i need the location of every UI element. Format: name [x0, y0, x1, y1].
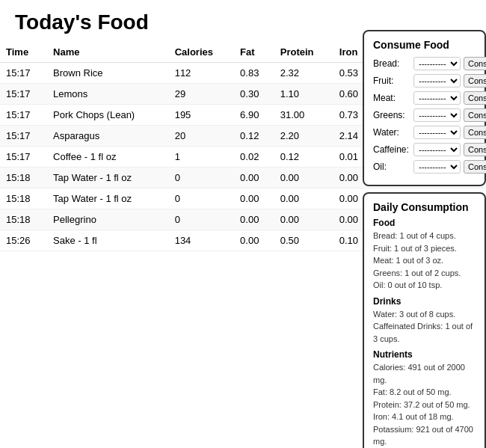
daily-nutrient-item: Potassium: 921 out of 4700 mg.	[373, 423, 476, 448]
daily-food-item: Bread: 1 out of 4 cups.	[373, 230, 476, 242]
consume-row-0: Bread:----------Consume	[373, 57, 476, 70]
consume-button[interactable]: Consume	[464, 57, 486, 70]
cell-protein: 0.50	[274, 230, 333, 251]
daily-food-item: Oil: 0 out of 10 tsp.	[373, 279, 476, 292]
cell-protein: 0.12	[274, 147, 333, 168]
consume-label: Oil:	[373, 162, 410, 172]
food-section-title: Food	[373, 218, 476, 228]
consume-label: Water:	[373, 127, 410, 138]
cell-calories: 20	[169, 126, 234, 147]
cell-time: 15:17	[0, 84, 47, 105]
cell-name: Sake - 1 fl	[47, 230, 169, 251]
consume-button[interactable]: Consume	[464, 160, 486, 174]
daily-food-item: Meat: 1 out of 3 oz.	[373, 254, 476, 267]
consume-select[interactable]: ----------	[413, 160, 461, 174]
cell-fat: 0.00	[234, 209, 274, 230]
cell-name: Coffee - 1 fl oz	[47, 147, 169, 168]
cell-calories: 0	[169, 168, 234, 188]
daily-nutrient-item: Fat: 8.2 out of 50 mg.	[373, 386, 476, 399]
cell-fat: 0.30	[234, 84, 274, 105]
consume-label: Greens:	[373, 110, 410, 120]
consume-row-4: Water:----------Consume	[373, 126, 476, 139]
cell-fat: 0.12	[234, 126, 274, 147]
daily-food-item: Fruit: 1 out of 3 pieces.	[373, 242, 476, 255]
cell-time: 15:18	[0, 188, 47, 209]
consume-label: Bread:	[373, 58, 410, 69]
consume-select[interactable]: ----------	[413, 91, 461, 105]
cell-name: Brown Rice	[47, 63, 169, 84]
consume-panel-title: Consume Food	[373, 39, 476, 51]
col-protein: Protein	[274, 42, 333, 63]
cell-calories: 1	[169, 147, 234, 168]
cell-protein: 0.00	[274, 168, 333, 188]
cell-protein: 0.00	[274, 209, 333, 230]
cell-time: 15:18	[0, 168, 47, 188]
cell-time: 15:17	[0, 105, 47, 126]
daily-panel: Daily Consumption Food Bread: 1 out of 4…	[363, 192, 486, 448]
daily-drink-item: Caffeinated Drinks: 1 out of 3 cups.	[373, 320, 476, 345]
cell-fat: 0.02	[234, 147, 274, 168]
cell-calories: 0	[169, 209, 234, 230]
cell-name: Pellegrino	[47, 209, 169, 230]
daily-nutrient-item: Calories: 491 out of 2000 mg.	[373, 361, 476, 386]
cell-name: Tap Water - 1 fl oz	[47, 188, 169, 209]
panels-container: Consume Food Bread:----------ConsumeFrui…	[363, 30, 486, 448]
consume-button[interactable]: Consume	[464, 74, 486, 88]
consume-panel: Consume Food Bread:----------ConsumeFrui…	[363, 30, 486, 186]
cell-time: 15:17	[0, 147, 47, 168]
daily-panel-title: Daily Consumption	[373, 201, 476, 213]
consume-row-1: Fruit:----------Consume	[373, 74, 476, 88]
daily-food-item: Greens: 1 out of 2 cups.	[373, 267, 476, 280]
daily-drink-item: Water: 3 out of 8 cups.	[373, 308, 476, 321]
cell-fat: 0.00	[234, 188, 274, 209]
daily-nutrient-item: Protein: 37.2 out of 50 mg.	[373, 399, 476, 411]
consume-row-6: Oil:----------Consume	[373, 160, 476, 174]
cell-calories: 195	[169, 105, 234, 126]
cell-calories: 112	[169, 63, 234, 84]
cell-protein: 2.20	[274, 126, 333, 147]
cell-fat: 0.00	[234, 168, 274, 188]
consume-button[interactable]: Consume	[464, 91, 486, 105]
consume-select[interactable]: ----------	[413, 108, 461, 122]
drinks-section-title: Drinks	[373, 296, 476, 307]
consume-button[interactable]: Consume	[464, 143, 486, 156]
col-calories: Calories	[169, 42, 234, 63]
cell-calories: 0	[169, 188, 234, 209]
cell-fat: 6.90	[234, 105, 274, 126]
cell-fat: 0.00	[234, 230, 274, 251]
col-name: Name	[47, 42, 169, 63]
cell-name: Asparagus	[47, 126, 169, 147]
consume-button[interactable]: Consume	[464, 108, 486, 122]
cell-name: Pork Chops (Lean)	[47, 105, 169, 126]
cell-time: 15:17	[0, 63, 47, 84]
consume-row-2: Meat:----------Consume	[373, 91, 476, 105]
consume-select[interactable]: ----------	[413, 57, 461, 70]
cell-time: 15:26	[0, 230, 47, 251]
consume-label: Fruit:	[373, 76, 410, 86]
consume-select[interactable]: ----------	[413, 143, 461, 156]
col-fat: Fat	[234, 42, 274, 63]
consume-select[interactable]: ----------	[413, 74, 461, 88]
cell-fat: 0.83	[234, 63, 274, 84]
consume-row-5: Caffeine:----------Consume	[373, 143, 476, 156]
cell-calories: 29	[169, 84, 234, 105]
consume-row-3: Greens:----------Consume	[373, 108, 476, 122]
daily-nutrient-item: Iron: 4.1 out of 18 mg.	[373, 411, 476, 423]
cell-protein: 31.00	[274, 105, 333, 126]
col-time: Time	[0, 42, 47, 63]
cell-protein: 2.32	[274, 63, 333, 84]
cell-time: 15:18	[0, 209, 47, 230]
nutrients-section-title: Nutrients	[373, 349, 476, 360]
consume-label: Caffeine:	[373, 144, 410, 155]
consume-button[interactable]: Consume	[464, 126, 486, 139]
consume-select[interactable]: ----------	[413, 126, 461, 139]
cell-protein: 1.10	[274, 84, 333, 105]
cell-calories: 134	[169, 230, 234, 251]
cell-time: 15:17	[0, 126, 47, 147]
cell-name: Lemons	[47, 84, 169, 105]
cell-protein: 0.00	[274, 188, 333, 209]
consume-label: Meat:	[373, 93, 410, 103]
cell-name: Tap Water - 1 fl oz	[47, 168, 169, 188]
